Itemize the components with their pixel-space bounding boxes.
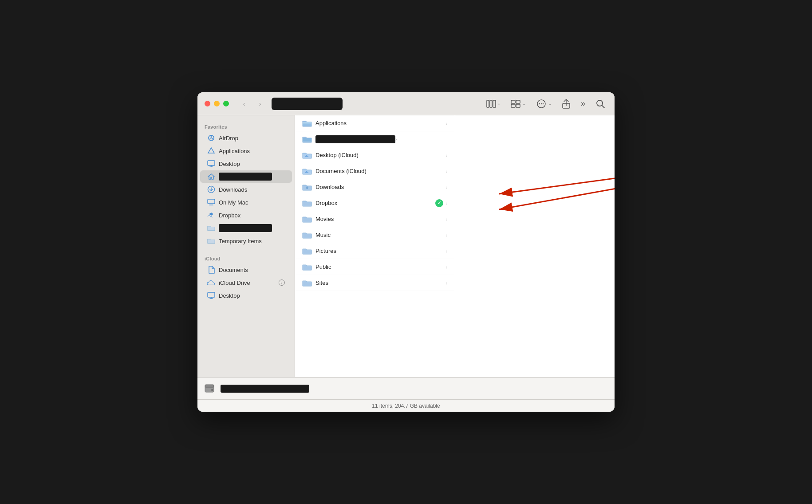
sites-file-name: Sites xyxy=(315,280,446,286)
icloud-drive-label: iCloud Drive xyxy=(219,280,250,286)
pictures-chevron-icon: › xyxy=(446,248,448,254)
tempitems-label: Temporary Items xyxy=(219,238,262,244)
search-button[interactable] xyxy=(593,98,607,110)
sidebar-item-desktop[interactable]: Desktop xyxy=(200,158,292,170)
airdrop-label: AirDrop xyxy=(219,135,238,142)
sidebar-item-applications[interactable]: Applications xyxy=(200,145,292,157)
svg-rect-0 xyxy=(487,100,489,107)
svg-rect-1 xyxy=(490,100,492,107)
music-folder-icon xyxy=(302,230,312,240)
path-bar[interactable] xyxy=(272,98,343,110)
sidebar-item-dropbox[interactable]: Dropbox xyxy=(200,209,292,221)
file-row-downloads[interactable]: Downloads › xyxy=(295,179,455,195)
column-view-button[interactable]: ↕ xyxy=(484,98,503,110)
downloads-icon xyxy=(207,185,215,193)
svg-rect-18 xyxy=(208,199,215,204)
sidebar-item-home[interactable] xyxy=(200,170,292,183)
detail-pane xyxy=(455,115,615,377)
redacted1-folder-icon xyxy=(302,134,312,144)
icloud-desktop-label: Desktop xyxy=(219,292,240,299)
grid-view-button[interactable]: ⌄ xyxy=(508,98,528,110)
file-row-desktop-icloud[interactable]: Desktop (iCloud) › xyxy=(295,147,455,163)
home-label-redacted xyxy=(219,173,272,181)
music-file-name: Music xyxy=(315,232,446,238)
file-row-movies[interactable]: Movies › xyxy=(295,211,455,227)
sidebar-item-tempitems[interactable]: Temporary Items xyxy=(200,235,292,247)
bottom-bar xyxy=(197,377,615,399)
view-chevron-icon: ↕ xyxy=(498,101,500,106)
desktop-label: Desktop xyxy=(219,161,240,167)
svg-rect-3 xyxy=(511,100,515,103)
dropbox-folder-icon xyxy=(302,198,312,208)
tempitems-icon xyxy=(207,237,215,245)
share-button[interactable] xyxy=(560,97,573,110)
svg-rect-5 xyxy=(511,104,515,107)
icloud-drive-icon xyxy=(207,279,215,287)
music-chevron-icon: › xyxy=(446,232,448,238)
file-row-sites[interactable]: Sites › xyxy=(295,275,455,291)
more-options-chevron-icon: ⌄ xyxy=(548,101,552,106)
sidebar-item-downloads[interactable]: Downloads xyxy=(200,183,292,196)
file-row-redacted1[interactable]: › xyxy=(295,131,455,147)
status-text: 11 items, 204.7 GB available xyxy=(372,403,440,409)
svg-line-24 xyxy=(499,178,615,194)
svg-line-13 xyxy=(602,105,605,108)
main-area: Favorites AirDrop xyxy=(197,115,615,377)
dropbox-sync-check-icon xyxy=(435,199,443,207)
applications-folder-icon xyxy=(302,118,312,128)
close-button[interactable] xyxy=(205,101,210,106)
desktop-icloud-chevron-icon: › xyxy=(446,153,448,158)
file-row-dropbox[interactable]: Dropbox › xyxy=(295,195,455,211)
documents-icloud-chevron-icon: › xyxy=(446,169,448,174)
maximize-button[interactable] xyxy=(223,101,229,106)
movies-file-name: Movies xyxy=(315,216,446,222)
minimize-button[interactable] xyxy=(214,101,220,106)
applications-file-name: Applications xyxy=(315,120,446,126)
svg-rect-21 xyxy=(303,138,311,142)
forward-button[interactable]: › xyxy=(254,98,266,110)
home-icon xyxy=(207,173,215,181)
desktop-sidebar-icon xyxy=(207,160,215,168)
sidebar-item-onmymac[interactable]: On My Mac xyxy=(200,196,292,209)
svg-point-9 xyxy=(541,103,542,104)
applications-label: Applications xyxy=(219,148,250,154)
svg-rect-16 xyxy=(208,161,215,165)
file-row-music[interactable]: Music › xyxy=(295,227,455,243)
traffic-lights xyxy=(205,101,229,106)
pictures-folder-icon xyxy=(302,246,312,256)
extend-toolbar-button[interactable]: » xyxy=(578,97,588,110)
sidebar-item-icloud-desktop[interactable]: Desktop xyxy=(200,289,292,302)
sidebar: Favorites AirDrop xyxy=(197,115,295,377)
downloads-chevron-icon: › xyxy=(446,185,448,190)
svg-point-10 xyxy=(543,103,544,104)
sidebar-item-icloud-docs[interactable]: Documents xyxy=(200,264,292,276)
public-folder-icon xyxy=(302,262,312,272)
onmymac-icon xyxy=(207,198,215,206)
disk-icon xyxy=(205,384,215,393)
onmymac-label: On My Mac xyxy=(219,199,248,206)
svg-rect-27 xyxy=(205,385,214,387)
file-row-documents-icloud[interactable]: Documents (iCloud) › xyxy=(295,163,455,179)
sidebar-item-airdrop[interactable]: AirDrop xyxy=(200,132,292,144)
icloud-docs-label: Documents xyxy=(219,267,248,273)
svg-point-28 xyxy=(211,389,213,391)
grid-view-chevron-icon: ⌄ xyxy=(522,101,526,106)
more-options-button[interactable]: ⌄ xyxy=(534,97,554,110)
svg-rect-20 xyxy=(303,122,311,126)
dropbox-file-name: Dropbox xyxy=(315,200,435,206)
public-chevron-icon: › xyxy=(446,264,448,270)
svg-rect-19 xyxy=(208,292,215,297)
file-row-pictures[interactable]: Pictures › xyxy=(295,243,455,259)
icloud-docs-icon xyxy=(207,266,215,274)
svg-point-8 xyxy=(539,103,540,104)
icloud-sync-icon xyxy=(279,280,285,286)
file-row-applications[interactable]: Applications › xyxy=(295,115,455,131)
sidebar-item-icloud-drive[interactable]: iCloud Drive xyxy=(200,276,292,289)
desktop-icloud-file-name: Desktop (iCloud) xyxy=(315,152,446,158)
back-button[interactable]: ‹ xyxy=(238,98,250,110)
custom1-label-redacted xyxy=(219,224,272,232)
sidebar-item-custom1[interactable] xyxy=(200,222,292,234)
downloads-folder-icon xyxy=(302,182,312,192)
file-row-public[interactable]: Public › xyxy=(295,259,455,275)
file-list-column: Applications › › xyxy=(295,115,455,377)
